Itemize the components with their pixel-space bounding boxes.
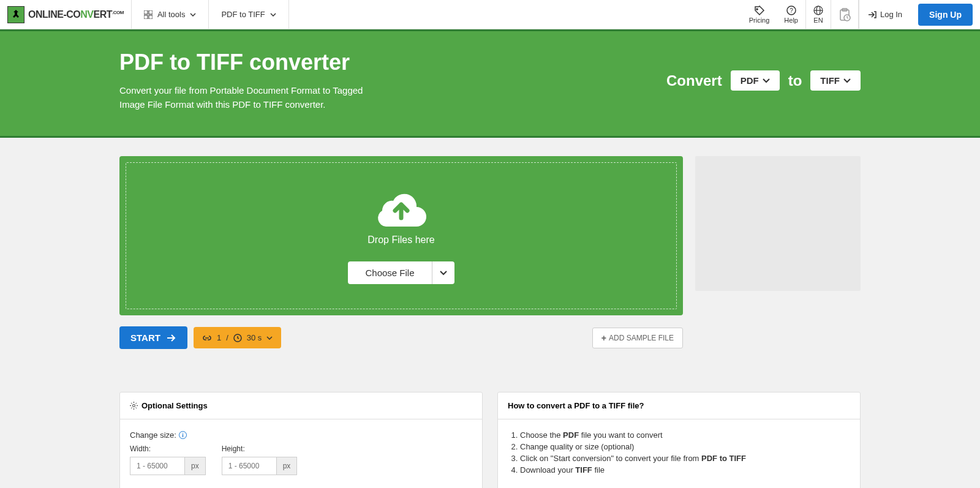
nav-pricing-label: Pricing	[749, 17, 770, 24]
start-label: START	[130, 332, 160, 343]
link-icon	[202, 335, 212, 341]
to-label: to	[788, 72, 802, 89]
gear-icon	[130, 402, 138, 410]
ad-slot	[695, 156, 861, 291]
logo-icon	[7, 6, 24, 23]
choose-file-button[interactable]: Choose File	[348, 261, 431, 284]
svg-text:?: ?	[790, 7, 793, 14]
settings-header-label: Optional Settings	[141, 401, 208, 410]
file-dropzone[interactable]: Drop Files here Choose File	[119, 156, 683, 315]
login-button[interactable]: Log In	[859, 0, 911, 29]
from-format-select[interactable]: PDF	[731, 70, 780, 91]
globe-icon	[813, 6, 823, 15]
add-sample-label: ADD SAMPLE FILE	[609, 334, 674, 342]
howto-panel: How to convert a PDF to a TIFF file? Cho…	[497, 392, 861, 488]
howto-step-3: Click on "Start conversion" to convert y…	[520, 454, 850, 463]
nav-clipboard[interactable]	[831, 0, 859, 29]
svg-point-13	[133, 405, 135, 407]
drop-text: Drop Files here	[368, 235, 434, 246]
grid-icon	[144, 10, 153, 19]
to-format-select[interactable]: TIFF	[810, 70, 861, 91]
height-input[interactable]	[222, 457, 277, 475]
limits-button[interactable]: 1 / 30 s	[194, 327, 281, 348]
change-size-label: Change size:	[130, 430, 176, 440]
nav-language[interactable]: EN	[805, 0, 831, 29]
from-format-value: PDF	[741, 75, 759, 86]
convert-label: Convert	[666, 72, 722, 89]
svg-rect-1	[149, 10, 153, 14]
howto-step-1: Choose the PDF file you want to convert	[520, 430, 850, 440]
clipboard-history-icon	[839, 8, 851, 21]
start-button[interactable]: START	[119, 326, 187, 349]
height-unit: px	[277, 457, 298, 475]
login-label: Log In	[880, 10, 902, 19]
howto-step-4: Download your TIFF file	[520, 465, 850, 475]
howto-step-2: Change quality or size (optional)	[520, 442, 850, 451]
help-icon: ?	[786, 6, 796, 15]
optional-settings-panel: Optional Settings Change size: i Width: …	[119, 392, 483, 488]
logo-text: ONLINE-CONVERT.COM	[28, 9, 124, 20]
cloud-upload-icon	[374, 187, 429, 227]
info-icon[interactable]: i	[179, 431, 187, 439]
limit-time: 30 s	[247, 333, 262, 342]
nav-language-label: EN	[813, 17, 823, 24]
limit-count: 1	[217, 333, 221, 342]
choose-file-dropdown[interactable]	[432, 261, 454, 284]
nav-all-tools-label: All tools	[157, 10, 186, 19]
plus-icon: +	[601, 333, 606, 343]
svg-rect-2	[144, 15, 148, 19]
width-unit: px	[185, 457, 206, 475]
chevron-down-icon	[190, 13, 196, 17]
svg-rect-3	[149, 15, 153, 19]
width-input[interactable]	[130, 457, 185, 475]
chevron-down-icon	[440, 271, 447, 276]
nav-pdf-to-tiff-label: PDF to TIFF	[221, 10, 265, 19]
login-icon	[868, 10, 876, 19]
svg-rect-0	[144, 10, 148, 14]
chevron-down-icon	[763, 78, 770, 83]
howto-header-label: How to convert a PDF to a TIFF file?	[508, 401, 644, 410]
arrow-right-icon	[167, 334, 176, 342]
chevron-down-icon	[266, 336, 273, 340]
chevron-down-icon	[843, 78, 851, 83]
page-description: Convert your file from Portable Document…	[119, 84, 389, 111]
to-format-value: TIFF	[820, 75, 840, 86]
nav-help[interactable]: ? Help	[777, 0, 805, 29]
nav-all-tools[interactable]: All tools	[131, 0, 209, 29]
add-sample-button[interactable]: + ADD SAMPLE FILE	[592, 328, 683, 348]
height-label: Height:	[222, 445, 298, 453]
nav-pricing[interactable]: Pricing	[742, 0, 777, 29]
chevron-down-icon	[270, 13, 276, 17]
logo[interactable]: ONLINE-CONVERT.COM	[0, 0, 131, 29]
nav-pdf-to-tiff[interactable]: PDF to TIFF	[208, 0, 288, 29]
signup-button[interactable]: Sign Up	[918, 4, 973, 26]
width-label: Width:	[130, 445, 206, 453]
nav-help-label: Help	[784, 17, 798, 24]
page-title: PDF to TIFF converter	[119, 50, 389, 75]
clock-icon	[233, 334, 242, 342]
tag-icon	[754, 6, 765, 15]
